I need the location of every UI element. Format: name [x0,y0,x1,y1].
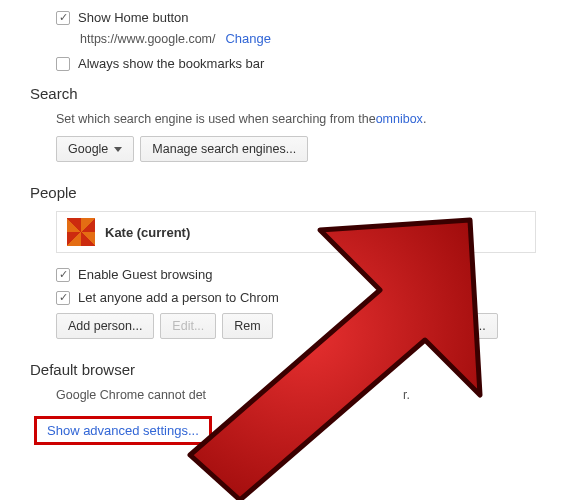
anyone-add-checkbox[interactable] [56,291,70,305]
anyone-add-label: Let anyone add a person to Chrom [78,290,279,305]
default-browser-status-prefix: Google Chrome cannot det [56,388,206,402]
avatar-icon [67,218,95,246]
manage-search-engines-button[interactable]: Manage search engines... [140,136,308,162]
search-engine-label: Google [68,142,108,156]
show-home-checkbox[interactable] [56,11,70,25]
default-browser-status-suffix: r. [403,388,410,402]
people-section-title: People [30,184,580,201]
caret-down-icon [114,147,122,152]
bookmarks-bar-label: Always show the bookmarks bar [78,56,264,71]
remove-person-button[interactable]: Rem [222,313,272,339]
show-advanced-settings-link[interactable]: Show advanced settings... [47,423,199,438]
person-name: Kate (current) [105,225,190,240]
guest-browsing-checkbox[interactable] [56,268,70,282]
default-browser-title: Default browser [30,361,580,378]
bookmarks-bar-checkbox[interactable] [56,57,70,71]
search-section-title: Search [30,85,580,102]
change-home-link[interactable]: Change [225,31,271,46]
home-url-text: https://www.google.com/ [80,32,215,46]
omnibox-link[interactable]: omnibox [376,112,423,126]
import-bookmarks-button[interactable]: arks and settings... [369,313,498,339]
search-engine-select[interactable]: Google [56,136,134,162]
advanced-settings-highlight: Show advanced settings... [34,416,212,445]
guest-browsing-label: Enable Guest browsing [78,267,212,282]
edit-person-button[interactable]: Edit... [160,313,216,339]
add-person-button[interactable]: Add person... [56,313,154,339]
show-home-label: Show Home button [78,10,189,25]
person-card[interactable]: Kate (current) [56,211,536,253]
search-description: Set which search engine is used when sea… [56,112,376,126]
